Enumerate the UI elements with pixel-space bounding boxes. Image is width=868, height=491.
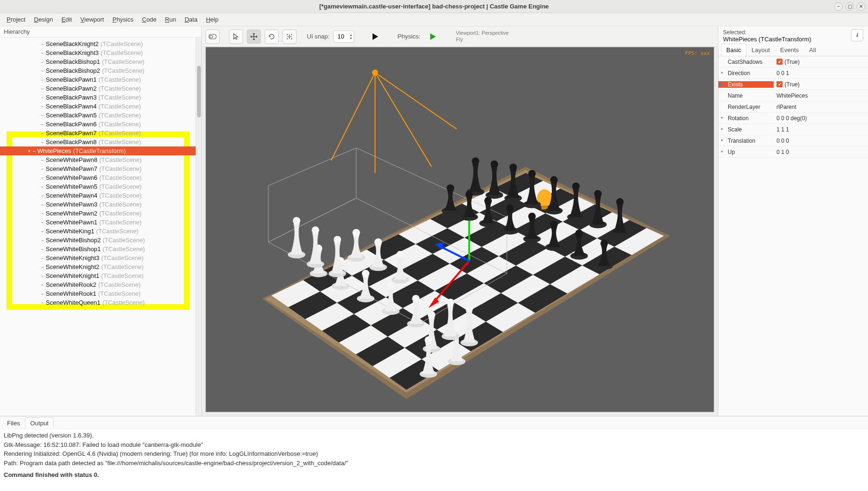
bottom-panel: FilesOutput LibPng detected (version 1.6… [0,416,868,491]
tree-item-name: SceneWhitePawn6 [46,174,98,181]
menu-run[interactable]: Run [161,14,180,25]
tree-row[interactable]: –SceneWhitePawn3 (TCastleScene) [0,200,196,209]
rotate-tool-button[interactable] [265,30,279,44]
property-key: Direction [728,70,750,77]
maximize-button[interactable]: ▢ [845,2,854,11]
tree-row[interactable]: –SceneWhiteQueen1 (TCastleScene) [0,298,196,307]
tree-item-type: (TCastleScene) [99,130,141,137]
property-row[interactable]: ▸Rotation0 0 0 deg(0) [718,113,868,124]
menu-design[interactable]: Design [30,14,56,25]
move-tool-button[interactable] [247,30,261,44]
tab-events[interactable]: Events [775,44,804,56]
property-value[interactable]: rlParent [774,104,868,110]
property-value[interactable]: 1 1 1 [774,126,868,133]
uisnap-down-icon[interactable]: ▼ [349,37,352,40]
physics-play-button[interactable] [424,30,441,44]
property-value[interactable]: 0 0 0 deg(0) [774,115,868,122]
property-row[interactable]: ◆Exists✔(True) [718,79,868,90]
menu-project[interactable]: Project [3,14,29,25]
menu-code[interactable]: Code [138,14,160,25]
tree-row[interactable]: –SceneWhitePawn8 (TCastleScene) [0,155,196,164]
toggle-button[interactable] [206,30,220,44]
tree-row[interactable]: –SceneWhiteKing1 (TCastleScene) [0,227,196,236]
property-value[interactable]: 0 0 1 [774,70,868,77]
hierarchy-tree[interactable]: –SceneBlackKnight2 (TCastleScene)–SceneB… [0,38,196,416]
output-log[interactable]: LibPng detected (version 1.6.39).Gtk-Mes… [0,429,868,491]
menu-edit[interactable]: Edit [58,14,76,25]
property-row[interactable]: ▸Up0 1 0 [718,146,868,158]
tree-row[interactable]: ▾–WhitePieces (TCastleTransform) [0,146,196,155]
tree-row[interactable]: –SceneWhitePawn6 (TCastleScene) [0,173,196,182]
tree-row[interactable]: –SceneBlackPawn1 (TCastleScene) [0,75,196,84]
bottom-tab-output[interactable]: Output [25,417,53,429]
hierarchy-scrollbar[interactable] [196,38,201,416]
tree-row[interactable]: –SceneWhiteKnight1 (TCastleScene) [0,271,196,280]
tree-row[interactable]: –SceneWhiteKnight3 (TCastleScene) [0,253,196,262]
minimize-button[interactable]: – [834,2,843,11]
play-button[interactable] [366,30,383,44]
tree-row[interactable]: –SceneWhiteKnight2 (TCastleScene) [0,262,196,271]
selected-value: WhitePieces (TCastleTransform) [723,36,851,43]
menu-data[interactable]: Data [181,14,201,25]
checkbox-icon[interactable]: ✔ [777,81,783,87]
tree-row[interactable]: –SceneBlackBishop2 (TCastleScene) [0,66,196,75]
property-value[interactable]: ✔(True) [774,81,868,88]
tree-row[interactable]: –SceneWhitePawn5 (TCastleScene) [0,182,196,191]
property-row[interactable]: ▸Scale1 1 1 [718,124,868,135]
viewport-3d[interactable]: FPS: xxx [206,47,714,412]
tree-row[interactable]: –SceneBlackKnight3 (TCastleScene) [0,48,196,57]
uisnap-field[interactable] [334,33,348,40]
tree-row[interactable]: –SceneWhiteBishop1 (TCastleScene) [0,245,196,253]
tree-item-type: (TCastleScene) [99,192,141,199]
window-titlebar: [*gameviewmain.castle-user-interface] ba… [0,0,868,13]
property-row[interactable]: ▸Direction0 0 1 [718,68,868,79]
cursor-tool-button[interactable] [229,30,243,44]
menu-physics[interactable]: Physics [109,14,137,25]
tree-row[interactable]: –SceneWhitePawn2 (TCastleScene) [0,209,196,218]
tree-row[interactable]: –SceneBlackPawn8 (TCastleScene) [0,138,196,146]
tab-basic[interactable]: Basic [721,44,746,56]
property-value[interactable]: 0 0 0 [774,138,868,144]
tree-row[interactable]: –SceneWhiteRook1 (TCastleScene) [0,289,196,298]
property-row[interactable]: RenderLayerrlParent [718,101,868,113]
physics-label: Physics: [397,33,420,40]
tab-layout[interactable]: Layout [746,44,775,56]
svg-point-94 [550,176,558,184]
property-value[interactable]: WhitePieces [774,92,868,99]
tree-row[interactable]: –SceneBlackPawn2 (TCastleScene) [0,84,196,93]
tree-row[interactable]: –SceneBlackPawn5 (TCastleScene) [0,111,196,120]
tree-row[interactable]: –SceneBlackPawn6 (TCastleScene) [0,120,196,129]
tree-row[interactable]: –SceneWhiteBishop2 (TCastleScene) [0,236,196,245]
tree-row[interactable]: –SceneWhitePawn1 (TCastleScene) [0,218,196,227]
tree-item-type: (TCastleScene) [102,67,144,74]
close-button[interactable]: ✕ [857,2,865,11]
tree-row[interactable]: –SceneBlackPawn7 (TCastleScene) [0,129,196,138]
tree-row[interactable]: –SceneBlackPawn4 (TCastleScene) [0,102,196,111]
tree-item-name: SceneBlackPawn3 [46,94,97,101]
uisnap-input[interactable]: ▲▼ [333,31,354,43]
tree-row[interactable]: –SceneBlackPawn3 (TCastleScene) [0,93,196,102]
property-row[interactable]: CastShadows✔(True) [718,56,868,68]
scale-tool-button[interactable] [282,30,297,44]
menu-help[interactable]: Help [202,14,222,25]
tree-item-name: SceneWhitePawn5 [46,183,98,190]
svg-point-104 [465,191,473,198]
property-value[interactable]: ✔(True) [774,58,868,65]
tree-row[interactable]: –SceneWhitePawn7 (TCastleScene) [0,164,196,173]
property-row[interactable]: NameWhitePieces [718,90,868,101]
tree-item-name: SceneWhiteRook1 [46,290,97,297]
tab-all[interactable]: All [804,44,821,56]
scrollbar-thumb[interactable] [197,66,201,117]
property-table[interactable]: CastShadows✔(True)▸Direction0 0 1◆Exists… [718,56,868,416]
tree-row[interactable]: –SceneBlackKnight2 (TCastleScene) [0,39,196,48]
tree-row[interactable]: –SceneWhiteRook2 (TCastleScene) [0,280,196,289]
bottom-tab-files[interactable]: Files [2,417,25,429]
info-button[interactable]: i [851,29,863,41]
tree-row[interactable]: –SceneWhitePawn4 (TCastleScene) [0,191,196,200]
property-value[interactable]: 0 1 0 [774,149,868,155]
menu-viewport[interactable]: Viewport [76,14,107,25]
property-row[interactable]: ▸Translation0 0 0 [718,135,868,146]
tree-row[interactable]: –SceneBlackBishop1 (TCastleScene) [0,57,196,66]
checkbox-icon[interactable]: ✔ [777,59,783,65]
uisnap-up-icon[interactable]: ▲ [349,33,352,37]
